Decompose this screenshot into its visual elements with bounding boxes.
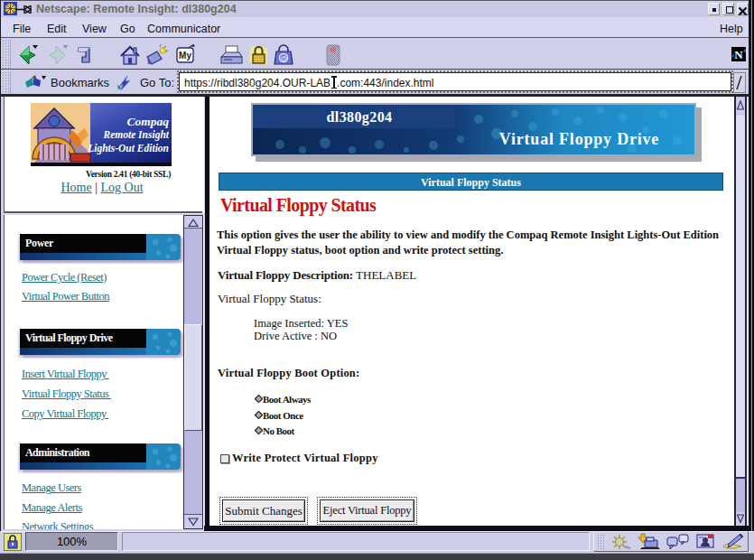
svg-text:N: N xyxy=(734,48,743,61)
svg-text:Compaq: Compaq xyxy=(126,115,169,128)
svg-text:Lights-Out Edition: Lights-Out Edition xyxy=(87,143,169,154)
svg-text:@: @ xyxy=(280,54,287,62)
svg-text:Remote Insight: Remote Insight xyxy=(102,129,169,141)
svg-text:My: My xyxy=(179,51,191,61)
